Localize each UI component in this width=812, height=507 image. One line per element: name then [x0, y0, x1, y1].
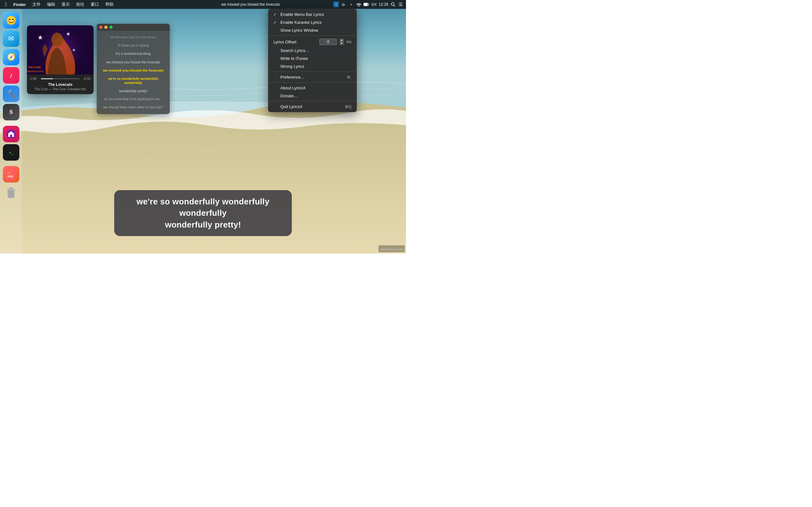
- menu-item-enable-menubar-lyrics[interactable]: ✓ Enable Menu Bar Lyrics: [268, 10, 357, 18]
- notification-center-icon[interactable]: ☰: [398, 2, 403, 7]
- karaoke-text: we're so wonderfully wonderfully wonderf…: [127, 196, 279, 230]
- lyric-line-2[interactable]: it's a treacherous thing: [98, 49, 168, 58]
- window-close-button[interactable]: [99, 26, 102, 29]
- karaoke-overlay: we're so wonderfully wonderfully wonderf…: [114, 190, 292, 236]
- menu-separator-2: [268, 72, 357, 72]
- svg-rect-11: [7, 189, 15, 190]
- lyric-line-3[interactable]: we missed you hissed the lovecats: [98, 58, 168, 66]
- wifi-icon[interactable]: [356, 2, 362, 7]
- menu-item-donate[interactable]: ✓ Donate...: [268, 92, 357, 100]
- svg-text:PDF: PDF: [8, 175, 14, 178]
- dock-item-mail[interactable]: ✉: [3, 31, 19, 47]
- progress-bar-container: 1:08 -2:32: [30, 77, 90, 80]
- lyric-line-7[interactable]: oh you know that i'd do anything for you…: [98, 95, 168, 103]
- dock-item-music[interactable]: ♪: [3, 67, 19, 83]
- write-to-itunes-label: Write to iTunes: [281, 56, 351, 61]
- svg-point-21: [51, 33, 63, 47]
- lyric-line-6[interactable]: wonderfully pretty!: [98, 87, 168, 95]
- lyric-line-5[interactable]: we're so wonderfully wonderfully wonderf…: [98, 75, 168, 87]
- now-playing-title: we missed you hissed the lovecats: [168, 2, 333, 7]
- dock-item-scratch[interactable]: S: [3, 104, 19, 120]
- svg-rect-3: [364, 3, 367, 5]
- lyrics-window-titlebar: [97, 24, 170, 31]
- menubar:  Finder 文件 编辑 显示 前往 窗口 帮助 we missed you…: [0, 0, 406, 9]
- menu-item-search-lyrics[interactable]: ✓ Search Lyrics...: [268, 47, 357, 55]
- dock-item-trash[interactable]: [3, 184, 19, 201]
- preference-label: Preference...: [281, 75, 344, 79]
- dock-item-xcode[interactable]: 🔨: [3, 86, 19, 102]
- dock-item-safari[interactable]: 🧭: [3, 49, 19, 65]
- progress-bar[interactable]: [41, 78, 80, 79]
- battery-icon[interactable]: [363, 2, 369, 7]
- dock-separator-2: [5, 163, 17, 164]
- menu-item-preference[interactable]: ✓ Preference... ⌘,: [268, 73, 357, 81]
- lyric-line-1[interactable]: i'll show you in spring: [98, 42, 168, 50]
- menubar-right: ♫ ⊖ ⌖ EN 12:28 ☰: [334, 2, 403, 7]
- wrong-lyrics-label: Wrong Lyrics: [281, 64, 351, 69]
- menu-separator-3: [268, 82, 357, 83]
- menu-item-enable-karaoke-lyrics[interactable]: ✓ Enable Karaoke Lyrics: [268, 18, 357, 26]
- lyrics-offset-unit: ms: [346, 40, 351, 44]
- preference-shortcut: ⌘,: [347, 75, 351, 79]
- svg-rect-12: [9, 187, 13, 189]
- menu-separator-4: [268, 101, 357, 101]
- player-controls: 1:08 -2:32 The Lovecats The Cure — The C…: [27, 74, 94, 94]
- lyric-line-4[interactable]: we missed you hissed the lovecats: [98, 66, 168, 75]
- spotlight-icon[interactable]: ⌖: [348, 2, 354, 7]
- lyrics-offset-label: Lyrics Offset:: [273, 40, 317, 44]
- menubar-file[interactable]: 文件: [30, 1, 43, 8]
- lyricsx-dropdown-menu: ✓ Enable Menu Bar Lyrics ✓ Enable Karaok…: [268, 9, 357, 112]
- apple-menu[interactable]: : [3, 2, 9, 7]
- dock-item-pdf[interactable]: PDF doc: [3, 166, 19, 182]
- svg-text:THE CURE: THE CURE: [28, 66, 41, 69]
- lyrics-offset-section: Lyrics Offset: ▲ ▼ ms: [268, 37, 357, 47]
- menu-item-show-lyrics-window[interactable]: ✓ Show Lyrics Window: [268, 26, 357, 34]
- lyricsx-menu-icon[interactable]: ♫: [334, 2, 339, 7]
- show-lyrics-window-label: Show Lyrics Window: [281, 28, 351, 33]
- menu-item-wrong-lyrics[interactable]: ✓ Wrong Lyrics: [268, 62, 357, 70]
- menubar-lyrics-label: Enable Menu Bar Lyrics: [281, 12, 351, 17]
- control-center-icon[interactable]: ⊖: [341, 2, 346, 7]
- lyrics-offset-stepper: ▲ ▼: [339, 39, 344, 45]
- svg-rect-7: [6, 168, 15, 181]
- time-elapsed: 1:08: [30, 77, 39, 80]
- lyrics-offset-decrement[interactable]: ▼: [339, 42, 344, 45]
- svg-text:GREATEST HITS: GREATEST HITS: [27, 70, 44, 72]
- dock: 😊 ✉ 🧭 ♪ 🔨 S >_ PDF doc: [0, 9, 22, 253]
- menubar-finder[interactable]: Finder: [11, 2, 29, 8]
- quit-label: Quit LyricsX: [281, 104, 342, 109]
- lyrics-offset-increment[interactable]: ▲: [339, 39, 344, 42]
- progress-fill: [41, 78, 53, 79]
- search-icon[interactable]: [390, 2, 396, 7]
- menubar-edit[interactable]: 编辑: [44, 1, 58, 8]
- window-minimize-button[interactable]: [104, 26, 107, 29]
- dock-item-finder[interactable]: 😊: [3, 12, 19, 29]
- menu-item-write-to-itunes[interactable]: ✓ Write to iTunes: [268, 55, 357, 62]
- karaoke-lyrics-label: Enable Karaoke Lyrics: [281, 20, 351, 25]
- dock-item-terminal[interactable]: >_: [3, 144, 19, 161]
- lyrics-offset-input[interactable]: [319, 39, 337, 45]
- svg-line-5: [394, 5, 395, 7]
- window-maximize-button[interactable]: [109, 26, 113, 29]
- dock-item-homebridge[interactable]: [3, 126, 19, 142]
- karaoke-line2: wonderfully pretty!: [165, 220, 241, 229]
- menubar-window[interactable]: 窗口: [88, 1, 101, 8]
- lyrics-content: all the years and no one heard i'll show…: [97, 31, 170, 114]
- lyrics-window: all the years and no one heard i'll show…: [97, 24, 170, 114]
- lyric-line-8[interactable]: we should have each other to tea huh?: [98, 103, 168, 111]
- menu-separator-1: [268, 36, 357, 36]
- lyric-line-9[interactable]: we should have each other with cream: [98, 111, 168, 114]
- song-artist-album: The Cure — The Cure: Greatest Hits: [30, 88, 90, 91]
- menubar-view[interactable]: 显示: [59, 1, 72, 8]
- song-title: The Lovecats: [30, 82, 90, 87]
- menu-item-quit[interactable]: ✓ Quit LyricsX ⌘Q: [268, 103, 357, 111]
- input-source-icon[interactable]: EN: [371, 2, 377, 7]
- checkmark-menubar-lyrics: ✓: [273, 12, 278, 17]
- menubar-help[interactable]: 帮助: [103, 1, 116, 8]
- lyric-line-0[interactable]: all the years and no one heard: [98, 33, 168, 42]
- song-info: The Lovecats The Cure — The Cure: Greate…: [30, 82, 90, 91]
- about-label: About LyricsX: [281, 86, 351, 90]
- menubar-time: 12:28: [379, 2, 388, 7]
- menubar-go[interactable]: 前往: [73, 1, 87, 8]
- menu-item-about[interactable]: ✓ About LyricsX: [268, 84, 357, 92]
